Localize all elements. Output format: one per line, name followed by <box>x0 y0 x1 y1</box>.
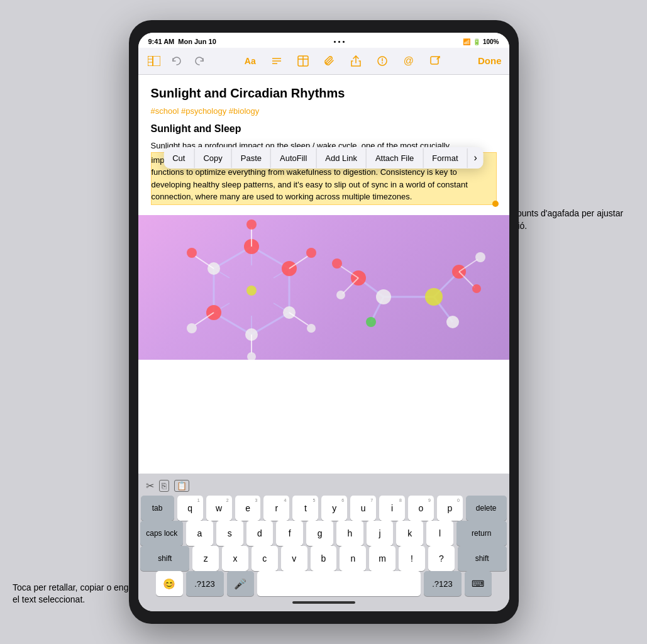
caps-lock-key[interactable]: caps lock <box>140 521 183 546</box>
mic-key[interactable]: 🎤 <box>227 571 254 596</box>
more-button[interactable]: › <box>468 147 484 169</box>
toolbar-center: Aa <box>242 53 443 69</box>
cut-button[interactable]: Cut <box>163 148 194 168</box>
note-tags: #school #psychology #biology <box>151 106 497 116</box>
reminder-button[interactable] <box>374 53 390 69</box>
font-button[interactable]: Aa <box>242 53 258 69</box>
emoji-key[interactable]: 😊 <box>156 571 183 596</box>
num-right-key[interactable]: .?123 <box>424 571 462 596</box>
key-w[interactable]: w2 <box>206 496 232 521</box>
key-exclaim[interactable]: ! <box>399 546 425 571</box>
status-date: Mon Jun 10 <box>178 38 216 45</box>
svg-line-62 <box>343 278 358 294</box>
note-content: Sunlight and Circadian Rhythms #school #… <box>138 75 509 474</box>
molecule-illustration <box>138 215 509 360</box>
key-r[interactable]: r4 <box>263 496 289 521</box>
copy-shortcut-icon[interactable]: ⎘ <box>159 480 169 492</box>
home-bar <box>292 601 355 604</box>
svg-point-32 <box>246 286 257 296</box>
key-m[interactable]: m <box>369 546 395 571</box>
ipad-screen: 9:41 AM Mon Jun 10 📶 🔋 100% <box>138 33 509 611</box>
svg-rect-4 <box>148 56 153 66</box>
status-time: 9:41 AM <box>148 38 175 45</box>
svg-point-50 <box>376 289 391 304</box>
sidebar-button[interactable] <box>146 53 162 69</box>
undo-button[interactable] <box>169 53 185 69</box>
selection-handle-right[interactable] <box>492 201 499 207</box>
key-x[interactable]: x <box>222 546 248 571</box>
format-button[interactable]: Format <box>423 148 467 168</box>
battery-level: 100% <box>483 38 499 45</box>
battery-icon: 🔋 <box>473 38 480 45</box>
mention-button[interactable]: @ <box>401 53 417 69</box>
key-i[interactable]: i8 <box>379 496 405 521</box>
svg-rect-5 <box>153 56 160 66</box>
autofill-button[interactable]: AutoFill <box>271 148 316 168</box>
done-button[interactable]: Done <box>478 55 502 66</box>
share-button[interactable] <box>348 53 364 69</box>
key-l[interactable]: l <box>426 521 453 546</box>
key-k[interactable]: k <box>396 521 423 546</box>
svg-point-55 <box>366 317 376 327</box>
scene: Mou els punts d'agafada per ajustar la s… <box>0 0 647 644</box>
keyboard-row-2: caps lock a s d f g h j k l return <box>141 521 507 546</box>
tab-key[interactable]: tab <box>141 496 174 521</box>
svg-rect-18 <box>431 57 438 64</box>
key-u[interactable]: u7 <box>350 496 376 521</box>
svg-point-44 <box>247 352 256 360</box>
svg-point-61 <box>332 258 342 269</box>
svg-line-35 <box>195 256 214 269</box>
key-o[interactable]: o9 <box>408 496 434 521</box>
key-v[interactable]: v <box>281 546 307 571</box>
key-j[interactable]: j <box>367 521 394 546</box>
keyboard: ✂ ⎘ 📋 tab q1 w2 e3 r4 t5 y6 u7 i8 o9 p0 <box>138 474 509 611</box>
num-left-key[interactable]: .?123 <box>186 571 224 596</box>
key-y[interactable]: y6 <box>321 496 347 521</box>
key-h[interactable]: h <box>336 521 363 546</box>
toolbar: Aa <box>138 48 509 75</box>
key-c[interactable]: c <box>252 546 278 571</box>
toolbar-right: Done <box>478 55 502 67</box>
keyboard-hide-key[interactable]: ⌨ <box>465 571 492 596</box>
home-indicator <box>141 596 507 609</box>
svg-line-58 <box>459 272 475 287</box>
svg-point-36 <box>187 248 197 258</box>
key-n[interactable]: n <box>340 546 366 571</box>
key-z[interactable]: z <box>192 546 219 571</box>
key-s[interactable]: s <box>216 521 243 546</box>
keyboard-row-4: 😊 .?123 🎤 .?123 ⌨ <box>141 571 507 596</box>
key-a[interactable]: a <box>186 521 213 546</box>
attachment-button[interactable] <box>321 53 338 69</box>
redo-button[interactable] <box>191 53 207 69</box>
key-question[interactable]: ? <box>428 546 455 571</box>
context-menu: Cut Copy Paste AutoFill Add Link Attach … <box>163 147 484 169</box>
add-link-button[interactable]: Add Link <box>316 148 367 168</box>
key-p[interactable]: p0 <box>437 496 463 521</box>
key-f[interactable]: f <box>276 521 303 546</box>
shift-left-key[interactable]: shift <box>140 546 189 571</box>
keyboard-row-3: shift z x c v b n m ! ? shift <box>141 546 507 571</box>
ipad-frame: 9:41 AM Mon Jun 10 📶 🔋 100% <box>129 20 519 624</box>
key-d[interactable]: d <box>246 521 274 546</box>
table-button[interactable] <box>295 53 311 69</box>
key-b[interactable]: b <box>311 546 337 571</box>
return-key[interactable]: return <box>456 521 507 546</box>
paste-shortcut-icon[interactable]: 📋 <box>174 480 189 492</box>
key-q[interactable]: q1 <box>177 496 203 521</box>
key-t[interactable]: t5 <box>292 496 318 521</box>
compose-button[interactable] <box>427 53 443 69</box>
key-e[interactable]: e3 <box>235 496 261 521</box>
copy-button[interactable]: Copy <box>194 148 231 168</box>
paste-button[interactable]: Paste <box>232 148 271 168</box>
shift-right-key[interactable]: shift <box>458 546 507 571</box>
checklist-button[interactable] <box>268 53 285 69</box>
toolbar-left <box>146 53 207 69</box>
space-key[interactable] <box>257 571 421 596</box>
svg-point-53 <box>446 316 459 328</box>
svg-point-59 <box>472 284 481 293</box>
attach-file-button[interactable]: Attach File <box>367 148 423 168</box>
delete-key[interactable]: delete <box>466 496 507 521</box>
svg-point-42 <box>307 324 316 333</box>
key-g[interactable]: g <box>306 521 333 546</box>
cut-icon[interactable]: ✂ <box>146 480 154 492</box>
